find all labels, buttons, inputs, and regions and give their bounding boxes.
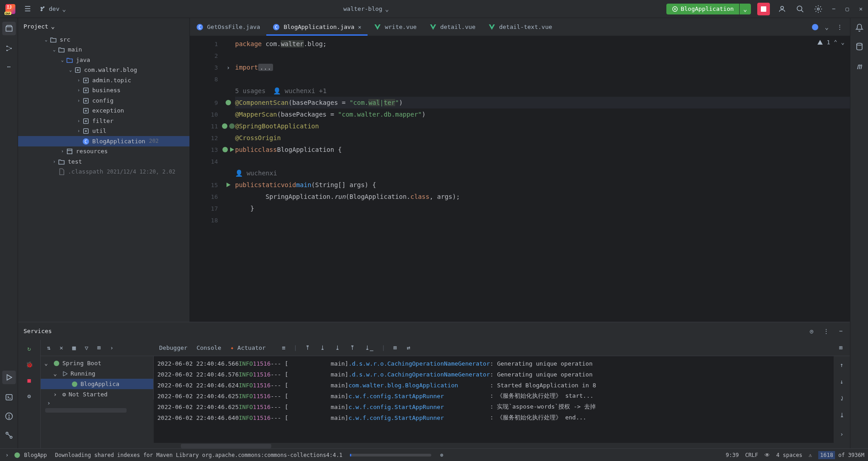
indent[interactable]: 4 spaces	[776, 452, 802, 458]
run-config-button[interactable]: BlogApplication	[666, 4, 739, 14]
settings-icon[interactable]: ⚙	[26, 391, 33, 401]
tree-item[interactable]: exception	[18, 106, 189, 116]
vcs-tool-icon[interactable]	[3, 429, 15, 441]
inspection-widget[interactable]: 1 ⌃ ⌄	[817, 39, 844, 46]
scroll-up-icon[interactable]: ↑	[838, 360, 845, 370]
next-icon[interactable]: ⌄	[841, 39, 844, 46]
memory[interactable]: 1618 of 3936M	[818, 452, 864, 458]
services-tree-item[interactable]: ⌄Running	[41, 368, 153, 379]
running-app[interactable]: BlogApp	[24, 452, 47, 458]
project-tool-icon[interactable]	[2, 22, 16, 35]
svg-point-4	[797, 6, 802, 11]
close-icon[interactable]: ✕	[857, 4, 864, 14]
run-config-chevron[interactable]	[740, 4, 750, 14]
wrap-icon[interactable]: ⤸	[838, 393, 846, 404]
close-tab-icon[interactable]: ✕	[58, 343, 65, 353]
layout-icon[interactable]: ⊞	[837, 343, 844, 353]
tree-item[interactable]: ›admin.topic	[18, 75, 189, 85]
tree-item[interactable]: ›test	[18, 156, 189, 167]
soft-wrap-icon[interactable]: ≡	[280, 343, 288, 353]
tree-item[interactable]: ⌄src	[18, 34, 189, 45]
svg-rect-29	[84, 98, 89, 103]
tree-item[interactable]: CBlogApplication202	[18, 136, 189, 146]
prev-icon[interactable]: ⌃	[834, 39, 837, 46]
terminal-tool-icon[interactable]	[3, 391, 15, 403]
structure-tool-icon[interactable]	[3, 42, 15, 54]
stop-button[interactable]	[757, 3, 770, 15]
grid-icon[interactable]: ▦	[71, 343, 78, 353]
gear-icon[interactable]	[812, 3, 824, 15]
inspection-icon[interactable]: ⚠	[809, 452, 812, 458]
download-icon[interactable]: ⤓	[318, 343, 327, 353]
download2-icon[interactable]: ⤓	[333, 343, 342, 353]
services-tree-item[interactable]: ›⚙Not Started	[41, 389, 153, 400]
scroll-end-icon[interactable]: ⤓⎯	[363, 343, 375, 353]
bg-task[interactable]: Downloading shared indexes for Maven Lib…	[55, 452, 343, 458]
console-tab[interactable]: Console	[197, 343, 222, 353]
editor-tab[interactable]: CBlogApplication.java✕	[266, 18, 368, 36]
user-icon[interactable]	[776, 3, 788, 15]
upload-icon[interactable]: ⤒	[348, 343, 357, 353]
svg-point-47	[229, 123, 235, 129]
tab-more-icon[interactable]: ⋮	[835, 22, 844, 32]
tree-item[interactable]: ›config	[18, 95, 189, 106]
tree-item[interactable]: ⌄main	[18, 45, 189, 55]
editor-tab[interactable]: CGetOssFile.java	[190, 18, 266, 36]
add-icon[interactable]: ⊞	[95, 343, 103, 353]
debugger-tab[interactable]: Debugger	[159, 343, 188, 353]
editor-tab[interactable]: detail.vue	[423, 18, 482, 36]
more-tool-icon[interactable]: ⋯	[5, 61, 13, 72]
close-tab-icon[interactable]: ✕	[358, 24, 361, 30]
tree-item[interactable]: ›business	[18, 85, 189, 96]
services-tool-icon[interactable]	[2, 371, 16, 384]
problems-tool-icon[interactable]	[3, 410, 15, 422]
tree-icon[interactable]: ⇄	[405, 343, 412, 353]
svg-point-51	[54, 361, 59, 366]
services-tree-item[interactable]: ⌄Spring Boot	[41, 358, 153, 368]
horizontal-scrollbar[interactable]	[181, 444, 271, 448]
line-separator[interactable]: CRLF	[745, 452, 758, 458]
actuator-tab[interactable]: ✦ Actuator	[230, 343, 265, 353]
services-tree-item[interactable]: BlogApplica	[41, 379, 153, 389]
stop-icon[interactable]: ■	[26, 375, 33, 386]
collapse-icon[interactable]: ⇅	[45, 343, 52, 353]
notifications-icon[interactable]	[854, 22, 865, 33]
readonly-icon[interactable]: 👁	[764, 452, 770, 458]
editor-tab[interactable]: detail-text.vue	[482, 18, 558, 36]
minimize-icon[interactable]: −	[830, 4, 838, 14]
search-icon[interactable]	[794, 3, 806, 15]
editor-tab[interactable]: write.vue	[368, 18, 423, 36]
tree-item[interactable]: ›resources	[18, 146, 189, 157]
expand-right-icon[interactable]: ›	[838, 429, 845, 439]
hamburger-icon[interactable]: ☰	[23, 3, 33, 15]
tree-item[interactable]: ›filter	[18, 116, 189, 126]
maven-icon[interactable]: m	[855, 60, 863, 73]
tree-item[interactable]: ⌄java	[18, 55, 189, 65]
console-line: 2022-06-02 22:40:46.566 INFO 11516 --- […	[157, 358, 830, 369]
progress-bar[interactable]	[350, 454, 431, 456]
scroll-start-icon[interactable]: ⤒	[303, 343, 312, 353]
code-editor[interactable]: 12389101112131415161718 › 1 ⌃ ⌄ package …	[190, 36, 850, 322]
expand-tree-icon[interactable]: ›	[45, 398, 52, 408]
debug-icon[interactable]: 🐞	[24, 359, 35, 370]
tree-item[interactable]: ⌄com.walter.blog	[18, 65, 189, 75]
cancel-task-icon[interactable]: ⊗	[439, 450, 445, 460]
tree-item[interactable]: ›util	[18, 126, 189, 136]
git-branch[interactable]: dev	[40, 5, 66, 13]
tab-list-icon[interactable]	[823, 22, 830, 33]
target-icon[interactable]: ◎	[808, 326, 815, 336]
expand-icon[interactable]: ›	[108, 343, 115, 353]
tools-icon[interactable]: ›	[4, 450, 10, 460]
maximize-icon[interactable]: ▢	[844, 4, 851, 14]
minimize-panel-icon[interactable]: −	[837, 326, 844, 336]
filter-icon[interactable]: ▽	[83, 343, 90, 353]
rerun-icon[interactable]: ↻	[26, 343, 33, 354]
more-icon[interactable]: ⋮	[821, 326, 831, 336]
table-icon[interactable]: ⊞	[392, 343, 399, 353]
scroll-down-icon[interactable]: ↓	[838, 376, 845, 387]
database-icon[interactable]	[854, 41, 865, 52]
project-selector[interactable]: walter-blog	[344, 5, 389, 13]
scroll-bottom-icon[interactable]: ⤓	[838, 410, 846, 420]
tree-item[interactable]: .classpath2021/12/4 12:20, 2.02	[18, 167, 189, 177]
project-panel-header[interactable]: Project	[18, 18, 189, 34]
